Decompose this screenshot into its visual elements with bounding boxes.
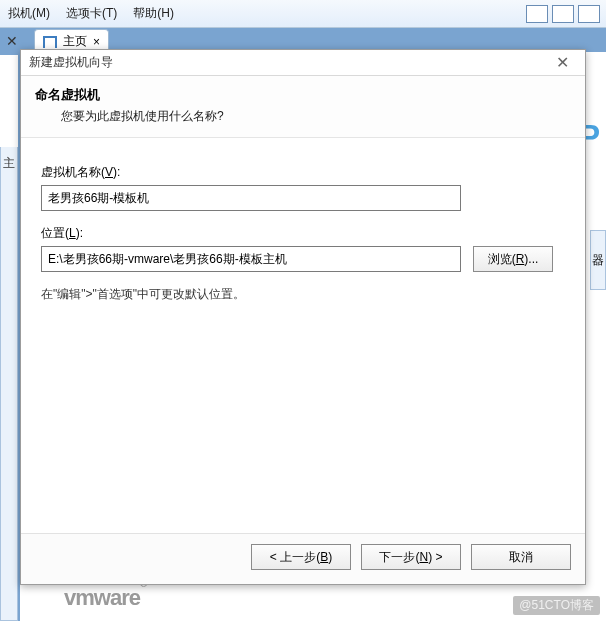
back-button[interactable]: < 上一步(B) bbox=[251, 544, 351, 570]
close-icon[interactable]: ✕ bbox=[550, 54, 575, 72]
browse-button[interactable]: 浏览(R)... bbox=[473, 246, 553, 272]
wizard-step-subtitle: 您要为此虚拟机使用什么名称? bbox=[35, 108, 571, 125]
wizard-content: 虚拟机名称(V): 位置(L): 浏览(R)... 在"编辑">"首选项"中可更… bbox=[21, 138, 585, 533]
toolbar-button[interactable] bbox=[526, 5, 548, 23]
location-hint: 在"编辑">"首选项"中可更改默认位置。 bbox=[41, 286, 565, 303]
vm-name-input[interactable] bbox=[41, 185, 461, 211]
vm-name-label: 虚拟机名称(V): bbox=[41, 164, 565, 181]
wizard-header: 命名虚拟机 您要为此虚拟机使用什么名称? bbox=[21, 76, 585, 138]
watermark: @51CTO博客 bbox=[513, 596, 600, 615]
dialog-title: 新建虚拟机向导 bbox=[29, 54, 113, 71]
toolbar-button[interactable] bbox=[578, 5, 600, 23]
vmware-logo: vmware® bbox=[64, 585, 146, 611]
tab-label: 主页 bbox=[63, 33, 87, 50]
panel-close-icon[interactable]: ✕ bbox=[6, 33, 18, 49]
next-button[interactable]: 下一步(N) > bbox=[361, 544, 461, 570]
home-icon bbox=[43, 36, 57, 48]
toolbar-button[interactable] bbox=[552, 5, 574, 23]
new-vm-wizard-dialog: 新建虚拟机向导 ✕ 命名虚拟机 您要为此虚拟机使用什么名称? 虚拟机名称(V):… bbox=[20, 49, 586, 585]
location-input[interactable] bbox=[41, 246, 461, 272]
location-label: 位置(L): bbox=[41, 225, 565, 242]
left-edge bbox=[0, 55, 18, 147]
background-menu: 拟机(M) 选项卡(T) 帮助(H) bbox=[0, 0, 606, 28]
tab-close-icon[interactable]: × bbox=[93, 35, 100, 49]
wizard-step-title: 命名虚拟机 bbox=[35, 86, 571, 104]
wizard-footer: < 上一步(B) 下一步(N) > 取消 bbox=[21, 533, 585, 584]
menu-item-help[interactable]: 帮助(H) bbox=[133, 5, 174, 22]
cancel-button[interactable]: 取消 bbox=[471, 544, 571, 570]
menu-item-cut[interactable]: 拟机(M) bbox=[8, 5, 50, 22]
dialog-titlebar: 新建虚拟机向导 ✕ bbox=[21, 50, 585, 76]
menu-item-tabs[interactable]: 选项卡(T) bbox=[66, 5, 117, 22]
right-panel-collapsed[interactable]: 器 bbox=[590, 230, 606, 290]
